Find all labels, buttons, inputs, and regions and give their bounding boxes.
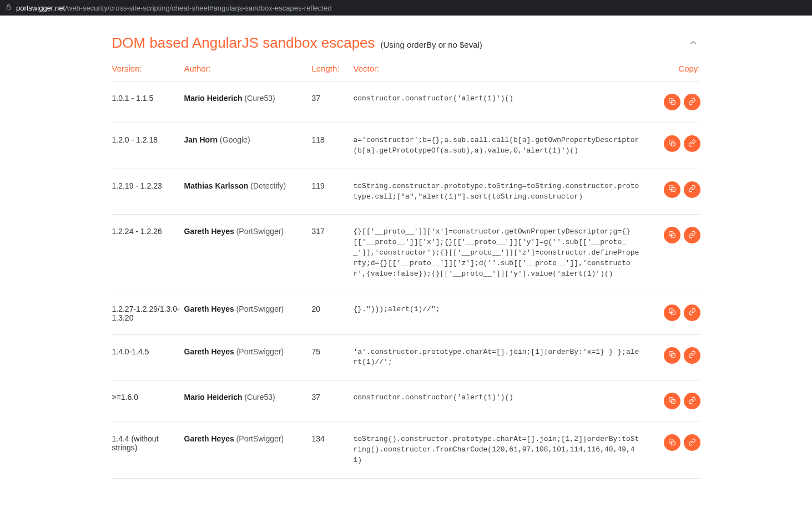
- link-button[interactable]: [684, 227, 700, 243]
- link-icon: [688, 308, 696, 317]
- col-vector: Vector:: [354, 64, 650, 73]
- author-cell: Gareth Heyes (PortSwigger): [184, 227, 312, 236]
- table-row: 1.2.24 - 1.2.26Gareth Heyes (PortSwigger…: [112, 215, 700, 292]
- author-org: (PortSwigger): [236, 347, 284, 356]
- table-row: >=1.6.0Mario Heiderich (Cure53)37constru…: [112, 380, 700, 422]
- table-row: 1.4.0-1.4.5Gareth Heyes (PortSwigger)75'…: [112, 335, 700, 381]
- copy-icon: [668, 351, 676, 360]
- author-cell: Mario Heiderich (Cure53): [184, 393, 312, 402]
- author-org: (PortSwigger): [236, 227, 284, 236]
- col-version: Version:: [112, 64, 184, 73]
- copy-icon: [668, 139, 676, 149]
- copy-icon: [668, 98, 676, 107]
- link-button[interactable]: [684, 434, 700, 451]
- author-org: (Cure53): [244, 94, 275, 103]
- copy-cell: [650, 304, 700, 321]
- copy-button[interactable]: [664, 347, 680, 364]
- copy-icon: [668, 438, 676, 448]
- copy-button[interactable]: [664, 94, 680, 110]
- version-cell: >=1.6.0: [112, 393, 184, 402]
- copy-icon: [668, 231, 676, 240]
- escapes-table: Version: Author: Length: Vector: Copy: 1…: [112, 56, 700, 479]
- copy-button[interactable]: [664, 135, 680, 152]
- table-row: 1.2.19 - 1.2.23Mathias Karlsson (Detecti…: [112, 169, 700, 215]
- link-icon: [688, 438, 696, 448]
- col-copy: Copy:: [650, 64, 700, 73]
- table-header: Version: Author: Length: Vector: Copy:: [112, 56, 700, 82]
- collapse-toggle[interactable]: [686, 35, 700, 53]
- length-cell: 118: [312, 135, 354, 144]
- svg-rect-0: [7, 7, 10, 9]
- author-name: Jan Horn: [184, 135, 218, 144]
- url-text: portswigger.net/web-security/cross-site-…: [16, 4, 332, 12]
- link-button[interactable]: [684, 135, 700, 152]
- version-cell: 1.2.19 - 1.2.23: [112, 181, 184, 190]
- section-title-wrap: DOM based AngularJS sandbox escapes (Usi…: [112, 34, 482, 52]
- length-cell: 119: [312, 181, 354, 190]
- link-button[interactable]: [684, 347, 700, 364]
- link-button[interactable]: [684, 181, 700, 198]
- link-icon: [688, 351, 696, 360]
- col-length: Length:: [312, 64, 354, 73]
- author-name: Mathias Karlsson: [184, 181, 249, 190]
- link-button[interactable]: [684, 94, 700, 110]
- vector-cell: toString.constructor.prototype.toString=…: [354, 181, 650, 202]
- length-cell: 317: [312, 227, 354, 236]
- copy-icon: [668, 185, 676, 194]
- vector-cell: toString().constructor.prototype.charAt=…: [354, 434, 650, 466]
- vector-cell: {}.")));alert(1)//";: [354, 304, 650, 315]
- author-org: (PortSwigger): [236, 434, 284, 443]
- author-name: Mario Heiderich: [184, 393, 243, 402]
- table-body: 1.0.1 - 1.1.5Mario Heiderich (Cure53)37c…: [112, 82, 700, 479]
- vector-cell: {}[['__proto__']]['x']=constructor.getOw…: [354, 227, 650, 279]
- author-name: Gareth Heyes: [184, 347, 234, 356]
- link-button[interactable]: [684, 304, 700, 321]
- copy-cell: [650, 347, 700, 364]
- length-cell: 37: [312, 393, 354, 402]
- copy-cell: [650, 393, 700, 409]
- copy-cell: [650, 181, 700, 198]
- copy-cell: [650, 227, 700, 243]
- copy-cell: [650, 434, 700, 451]
- author-name: Mario Heiderich: [184, 94, 243, 103]
- version-cell: 1.2.24 - 1.2.26: [112, 227, 184, 236]
- table-row: 1.2.0 - 1.2.18Jan Horn (Google)118a='con…: [112, 123, 700, 169]
- section-title: DOM based AngularJS sandbox escapes: [112, 34, 375, 51]
- vector-cell: constructor.constructor('alert(1)')(): [354, 393, 650, 403]
- author-cell: Gareth Heyes (PortSwigger): [184, 347, 312, 356]
- vector-cell: 'a'.constructor.prototype.charAt=[].join…: [354, 347, 650, 368]
- author-name: Gareth Heyes: [184, 434, 234, 443]
- link-icon: [688, 185, 696, 194]
- length-cell: 134: [312, 434, 354, 443]
- author-org: (Detectify): [250, 181, 286, 190]
- author-cell: Mathias Karlsson (Detectify): [184, 181, 312, 190]
- author-cell: Jan Horn (Google): [184, 135, 312, 144]
- version-cell: 1.0.1 - 1.1.5: [112, 94, 184, 103]
- lock-icon: [6, 4, 12, 12]
- author-name: Gareth Heyes: [184, 304, 234, 313]
- vector-cell: constructor.constructor('alert(1)')(): [354, 94, 650, 104]
- author-cell: Mario Heiderich (Cure53): [184, 94, 312, 103]
- copy-button[interactable]: [664, 434, 680, 451]
- version-cell: 1.2.0 - 1.2.18: [112, 135, 184, 144]
- url-domain: portswigger.net: [16, 4, 65, 12]
- version-cell: 1.4.4 (without strings): [112, 434, 184, 452]
- link-icon: [688, 231, 696, 240]
- copy-button[interactable]: [664, 227, 680, 243]
- copy-button[interactable]: [664, 393, 680, 409]
- copy-button[interactable]: [664, 304, 680, 321]
- link-button[interactable]: [684, 393, 700, 409]
- vector-cell: a='constructor';b={};a.sub.call.call(b[a…: [354, 135, 650, 156]
- copy-button[interactable]: [664, 181, 680, 198]
- copy-cell: [650, 135, 700, 152]
- length-cell: 37: [312, 94, 354, 103]
- author-cell: Gareth Heyes (PortSwigger): [184, 434, 312, 443]
- length-cell: 75: [312, 347, 354, 356]
- link-icon: [688, 139, 696, 149]
- author-cell: Gareth Heyes (PortSwigger): [184, 304, 312, 313]
- table-row: 1.0.1 - 1.1.5Mario Heiderich (Cure53)37c…: [112, 82, 700, 123]
- copy-cell: [650, 94, 700, 110]
- length-cell: 20: [312, 304, 354, 313]
- version-cell: 1.4.0-1.4.5: [112, 347, 184, 356]
- col-author: Author:: [184, 64, 312, 73]
